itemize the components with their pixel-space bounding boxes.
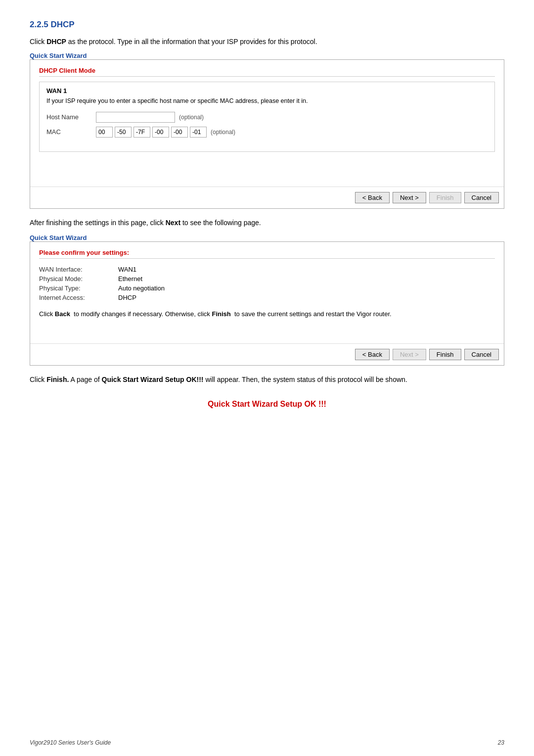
confirm-key-internet: Internet Access:: [39, 294, 118, 301]
intro-text: Click DHCP as the protocol. Type in all …: [30, 37, 504, 47]
wizard2-label: Quick Start Wizard: [30, 234, 504, 241]
confirm-note: Click Back to modify changes if necessar…: [39, 309, 495, 319]
mac-input-5[interactable]: [190, 127, 207, 138]
next-button-2: Next >: [393, 349, 426, 360]
back-button-1[interactable]: < Back: [355, 192, 390, 203]
finish-button-2[interactable]: Finish: [429, 349, 461, 360]
hostname-optional: (optional): [179, 114, 204, 121]
hostname-row: Host Name (optional): [46, 112, 488, 123]
page-footer: Vigor2910 Series User's Guide 23: [30, 739, 504, 746]
wan-title: WAN 1: [46, 87, 488, 94]
mac-input-1[interactable]: [115, 127, 132, 138]
mac-input-0[interactable]: [96, 127, 113, 138]
back-button-2[interactable]: < Back: [355, 349, 390, 360]
confirm-row-wan: WAN Interface: WAN1: [39, 266, 495, 273]
after-text: After finishing the settings in this pag…: [30, 218, 504, 228]
hostname-input[interactable]: [96, 112, 175, 123]
mac-input-4[interactable]: [171, 127, 188, 138]
final-heading: Quick Start Wizard Setup OK !!!: [30, 400, 504, 409]
mac-input-2[interactable]: [134, 127, 150, 138]
wan-desc: If your ISP require you to enter a speci…: [46, 97, 488, 106]
mac-label: MAC: [46, 128, 96, 136]
next-button-1[interactable]: Next >: [393, 192, 426, 203]
wizard1-box: DHCP Client Mode WAN 1 If your ISP requi…: [30, 59, 504, 209]
hostname-label: Host Name: [46, 113, 96, 121]
footer-right: 23: [498, 739, 504, 746]
footer-left: Vigor2910 Series User's Guide: [30, 739, 111, 746]
confirm-row-mode: Physical Mode: Ethernet: [39, 275, 495, 283]
wizard1-button-bar: < Back Next > Finish Cancel: [30, 187, 504, 208]
confirm-row-internet: Internet Access: DHCP: [39, 294, 495, 301]
mac-optional: (optional): [211, 129, 235, 136]
wizard2-button-bar: < Back Next > Finish Cancel: [30, 343, 504, 365]
cancel-button-2[interactable]: Cancel: [464, 349, 499, 360]
confirm-key-type: Physical Type:: [39, 284, 118, 292]
mac-row: MAC (optional): [46, 127, 488, 138]
wizard1-label: Quick Start Wizard: [30, 52, 504, 59]
confirm-row-type: Physical Type: Auto negotiation: [39, 284, 495, 292]
mac-input-3[interactable]: [152, 127, 169, 138]
click-finish-text: Click Finish. A page of Quick Start Wiza…: [30, 375, 504, 385]
confirm-key-wan: WAN Interface:: [39, 266, 118, 273]
mode-header: DHCP Client Mode: [39, 67, 495, 77]
finish-button-1: Finish: [429, 192, 461, 203]
confirm-val-mode: Ethernet: [118, 275, 142, 283]
wan1-section: WAN 1 If your ISP require you to enter a…: [39, 82, 495, 152]
confirm-val-type: Auto negotiation: [118, 284, 165, 292]
confirm-val-wan: WAN1: [118, 266, 136, 273]
hostname-field: (optional): [96, 112, 204, 123]
confirm-header: Please confirm your settings:: [39, 249, 495, 259]
confirm-val-internet: DHCP: [118, 294, 136, 301]
wizard2-box: Please confirm your settings: WAN Interf…: [30, 241, 504, 366]
cancel-button-1[interactable]: Cancel: [464, 192, 499, 203]
section-heading: 2.2.5 DHCP: [30, 20, 504, 30]
confirm-table: WAN Interface: WAN1 Physical Mode: Ether…: [39, 266, 495, 301]
mac-field: (optional): [96, 127, 235, 138]
confirm-key-mode: Physical Mode:: [39, 275, 118, 283]
